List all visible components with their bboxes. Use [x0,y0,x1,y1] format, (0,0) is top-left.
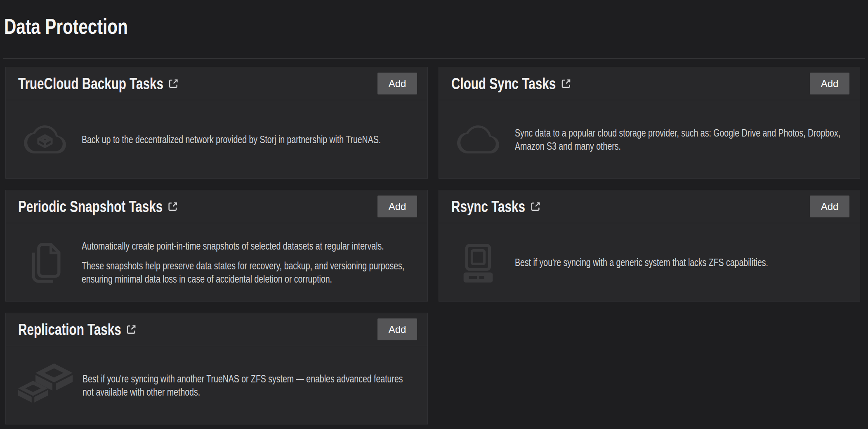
external-link-icon [168,78,178,90]
truecloud-backup-tasks-link[interactable]: TrueCloud Backup Tasks [18,76,178,92]
card-description: Best if you're syncing with a generic sy… [515,256,848,269]
cloud-sync-tasks-link[interactable]: Cloud Sync Tasks [451,76,571,92]
description-paragraph: These snapshots help preserve data state… [82,259,416,285]
card-truecloud-backup-tasks: TrueCloud Backup Tasks Add [5,67,428,179]
external-link-icon [561,78,571,90]
external-link-icon [168,200,177,213]
replication-boxes-icon [18,363,73,408]
storj-cloud-icon [18,118,72,160]
card-body: Best if you're syncing with another True… [6,346,427,424]
snapshots-icon [18,238,72,286]
card-description: Sync data to a popular cloud storage pro… [515,126,848,153]
page-title: Data Protection [4,14,128,39]
card-body: Automatically create point-in-time snaps… [6,223,427,301]
external-link-icon [531,200,540,213]
description-paragraph: Best if you're syncing with a generic sy… [515,256,848,269]
card-header: Replication Tasks Add [6,313,427,346]
add-rsync-button[interactable]: Add [810,196,849,217]
add-replication-button[interactable]: Add [377,318,417,340]
card-body: Sync data to a popular cloud storage pro… [439,100,860,178]
add-truecloud-backup-button[interactable]: Add [377,73,417,94]
external-link-icon [126,323,136,336]
card-header: Rsync Tasks Add [439,190,860,223]
card-title: Replication Tasks [18,322,121,337]
card-header: TrueCloud Backup Tasks Add [6,67,427,100]
add-cloud-sync-button[interactable]: Add [810,73,849,94]
card-periodic-snapshot-tasks: Periodic Snapshot Tasks Add [5,190,428,302]
replication-tasks-link[interactable]: Replication Tasks [18,322,136,337]
card-body: Back up to the decentralized network pro… [6,100,427,178]
add-periodic-snapshot-button[interactable]: Add [377,196,417,217]
card-description: Automatically create point-in-time snaps… [82,239,416,285]
periodic-snapshot-tasks-link[interactable]: Periodic Snapshot Tasks [18,199,177,214]
description-paragraph: Sync data to a popular cloud storage pro… [515,126,848,153]
card-title: TrueCloud Backup Tasks [18,76,163,92]
card-cloud-sync-tasks: Cloud Sync Tasks Add [439,67,860,179]
description-paragraph: Back up to the decentralized network pro… [82,133,416,146]
card-rsync-tasks: Rsync Tasks Add [439,190,860,302]
description-paragraph: Best if you're syncing with another True… [83,372,416,398]
card-header: Periodic Snapshot Tasks Add [6,190,427,223]
card-header: Cloud Sync Tasks Add [439,67,860,100]
card-title: Periodic Snapshot Tasks [18,199,163,214]
computer-icon [451,240,505,285]
card-replication-tasks: Replication Tasks Add [5,313,428,424]
card-title: Cloud Sync Tasks [451,76,556,92]
rsync-tasks-link[interactable]: Rsync Tasks [451,199,540,214]
description-paragraph: Automatically create point-in-time snaps… [82,239,416,252]
card-body: Best if you're syncing with a generic sy… [439,223,860,301]
cards-grid: TrueCloud Backup Tasks Add [5,67,868,424]
cloud-icon [451,118,505,160]
page-divider [3,58,865,59]
card-description: Back up to the decentralized network pro… [82,133,416,146]
card-title: Rsync Tasks [451,199,525,214]
card-description: Best if you're syncing with another True… [83,372,416,398]
